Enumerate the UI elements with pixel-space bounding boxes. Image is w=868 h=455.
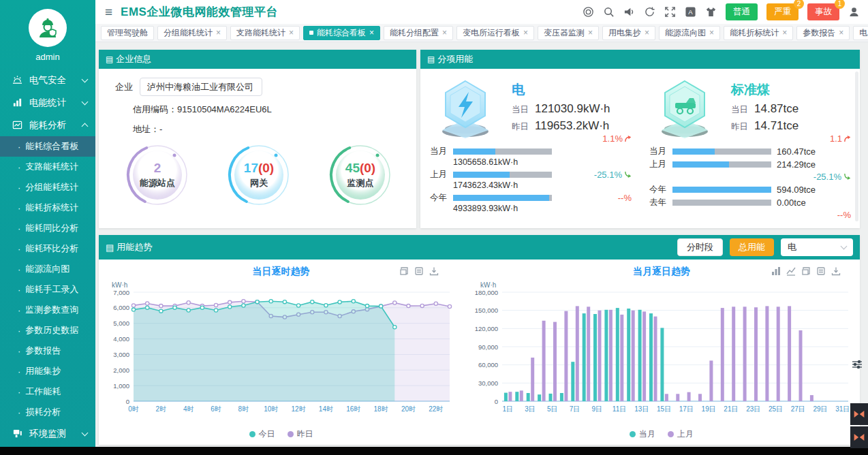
address-value: - [159, 124, 162, 134]
panel-scrollbar[interactable] [855, 72, 858, 221]
sidebar-group-0[interactable]: 电气安全 [0, 69, 95, 91]
sidebar-item-7[interactable]: ·能耗同比分析 [0, 218, 95, 238]
speaker-icon[interactable] [623, 6, 635, 18]
legend-item[interactable]: 当月 [630, 428, 655, 440]
sidebar-item-12[interactable]: ·参数历史数据 [0, 320, 95, 341]
coal-hex-icon [649, 77, 720, 140]
menu-toggle-icon[interactable]: ≡ [105, 5, 112, 18]
sidebar-group-2[interactable]: 能耗分析 [0, 114, 95, 136]
sidebar-item-13[interactable]: ·参数报告 [0, 341, 95, 361]
total-energy-button[interactable]: 总用能 [730, 238, 774, 256]
tab-close-icon[interactable]: × [839, 28, 843, 37]
legend-item[interactable]: 今日 [249, 428, 275, 440]
tab-close-icon[interactable]: × [709, 28, 714, 37]
fullscreen-icon[interactable] [664, 6, 676, 18]
tab-3[interactable]: 能耗综合看板× [303, 26, 380, 40]
energy-value: 14.87tce [754, 102, 799, 116]
tab-close-icon[interactable]: × [588, 28, 593, 37]
status-severe-button[interactable]: 严重2 [766, 3, 799, 20]
credit-code-value: 91510504MA6224EU6L [177, 104, 272, 114]
sidebar-group-label: 能耗分析 [29, 119, 82, 131]
sidebar-item-16[interactable]: ·损耗分析 [0, 402, 95, 422]
tab-4[interactable]: 能耗分组配置× [384, 26, 453, 40]
tab-1[interactable]: 分组能耗统计× [157, 26, 227, 40]
tab-close-icon[interactable]: × [782, 28, 787, 37]
svg-text:19日: 19日 [702, 405, 716, 413]
collapse-toggle-button[interactable] [850, 426, 868, 448]
bullet-icon: · [18, 407, 20, 418]
user-icon[interactable] [848, 6, 860, 18]
download-icon[interactable] [831, 266, 841, 276]
sidebar-item-10[interactable]: ·能耗手工录入 [0, 279, 95, 300]
sidebar-item-label: 分组能耗统计 [25, 181, 78, 193]
barswitch-icon[interactable] [771, 266, 781, 276]
sidebar-group-1[interactable]: 电能统计 [0, 91, 95, 114]
theme-target-icon[interactable] [583, 6, 594, 18]
lineswitch-icon[interactable] [786, 266, 796, 276]
tab-5[interactable]: 变电所运行看板× [456, 26, 534, 40]
sidebar-item-4[interactable]: ·支路能耗统计 [0, 157, 95, 177]
refresh-icon[interactable] [644, 6, 655, 18]
sidebar-item-9[interactable]: ·能源流向图 [0, 259, 95, 279]
bar-value: 4933893.93kW·h [453, 204, 633, 213]
restore-icon[interactable] [801, 266, 811, 276]
company-select[interactable]: 泸州中海粮油工业有限公司 [140, 78, 262, 96]
panel-header-icon: ▤ [106, 242, 114, 253]
tab-7[interactable]: 用电集抄× [602, 26, 655, 40]
translate-icon[interactable]: A [685, 6, 696, 18]
svg-text:7日: 7日 [570, 405, 580, 413]
avatar[interactable] [29, 9, 67, 47]
sidebar-item-15[interactable]: ·工作能耗 [0, 381, 95, 402]
tab-close-icon[interactable]: × [369, 28, 374, 37]
tab-6[interactable]: 变压器监测× [538, 26, 599, 40]
stat-label: 能源站点 [140, 177, 175, 189]
tab-2[interactable]: 支路能耗统计× [230, 26, 300, 40]
restore-icon[interactable] [399, 266, 409, 276]
sidebar-item-11[interactable]: ·监测参数查询 [0, 300, 95, 320]
dataview-icon[interactable] [816, 266, 826, 276]
sidebar-item-14[interactable]: ·用能集抄 [0, 361, 95, 381]
svg-text:150,000: 150,000 [475, 307, 498, 314]
status-accident-button[interactable]: 事故1 [807, 3, 839, 20]
tab-9[interactable]: 能耗折标统计× [724, 26, 793, 40]
period-button[interactable]: 分时段 [677, 238, 723, 256]
svg-text:kW·h: kW·h [480, 281, 496, 289]
svg-text:A: A [688, 8, 693, 16]
tab-close-icon[interactable]: × [442, 28, 447, 37]
progress-fill [453, 195, 549, 201]
datazoom-sliders-icon[interactable] [852, 359, 863, 373]
tab-close-icon[interactable]: × [216, 28, 221, 37]
stat-circle-2: 45(0)监测点 [328, 142, 393, 208]
tab-close-icon[interactable]: × [523, 28, 528, 37]
tab-close-icon[interactable]: × [289, 28, 294, 37]
sidebar-item-label: 损耗分析 [25, 406, 61, 418]
collapse-toggle-button[interactable] [850, 403, 868, 425]
search-icon[interactable] [603, 6, 615, 18]
legend-item[interactable]: 上月 [668, 428, 694, 440]
dataview-icon[interactable] [414, 266, 424, 276]
accident-count-badge: 1 [835, 0, 845, 9]
tab-10[interactable]: 参数报告× [796, 26, 850, 40]
legend-item[interactable]: 昨日 [288, 428, 313, 440]
energy-type-select[interactable]: 电 [781, 238, 853, 256]
app-title: EMS企业微电网能效管理平台 [121, 4, 278, 20]
theme-shirt-icon[interactable] [705, 6, 717, 18]
svg-text:18时: 18时 [374, 405, 388, 413]
tab-0[interactable]: 管理驾驶舱 [101, 26, 154, 40]
tab-close-icon[interactable]: × [645, 28, 649, 37]
progress-fill [672, 148, 715, 155]
tab-8[interactable]: 能源流向图× [659, 26, 720, 40]
sidebar-item-3[interactable]: ·能耗综合看板 [0, 136, 95, 157]
sidebar-item-8[interactable]: ·能耗环比分析 [0, 238, 95, 259]
chart-toolbox [399, 266, 439, 276]
sidebar-group-17[interactable]: 环境监测 [0, 422, 95, 445]
tab-11[interactable]: 电力曲线记录× [853, 26, 868, 40]
download-icon[interactable] [429, 266, 439, 276]
sidebar-item-6[interactable]: ·能耗折标统计 [0, 198, 95, 218]
svg-text:kW·h: kW·h [112, 281, 127, 289]
legend-dot [288, 431, 294, 437]
svg-text:15日: 15日 [657, 405, 671, 413]
sidebar-item-5[interactable]: ·分组能耗统计 [0, 177, 95, 198]
bottom-bar [0, 447, 868, 455]
status-normal-button[interactable]: 普通 [726, 3, 758, 20]
